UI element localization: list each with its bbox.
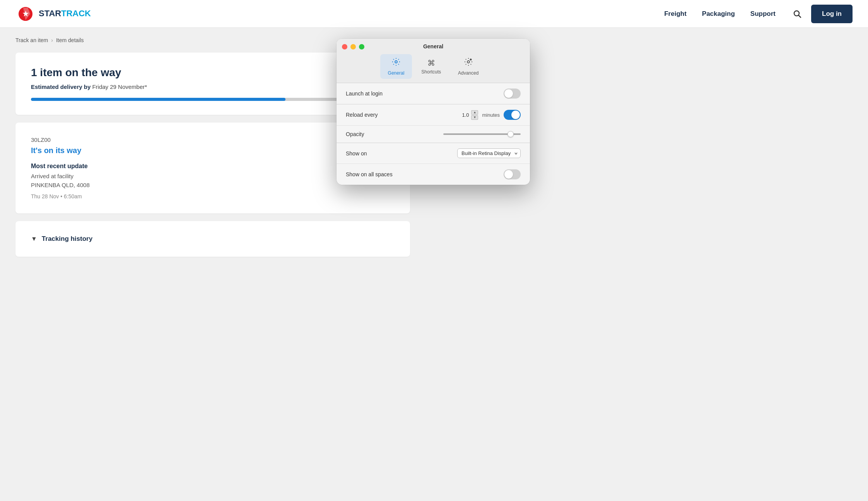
traffic-lights — [342, 44, 364, 49]
reload-every-control: 1.0 ▲ ▼ minutes — [460, 110, 521, 120]
show-on-label: Show on — [346, 150, 367, 157]
progress-bar-fill — [31, 98, 285, 101]
shortcuts-tab-icon: ⌘ — [427, 58, 435, 68]
show-on-control: Built-in Retina Display All Displays — [457, 148, 521, 158]
show-on-row: Show on Built-in Retina Display All Disp… — [337, 143, 530, 164]
panel-titlebar: General General ⌘ Shortcuts — [337, 39, 530, 83]
reload-value: 1.0 — [460, 112, 469, 118]
svg-text:STAR: STAR — [39, 9, 61, 18]
show-all-spaces-control — [504, 169, 521, 179]
advanced-tab-icon — [464, 57, 473, 69]
reload-toggle-knob — [511, 111, 520, 119]
launch-at-login-row: Launch at login — [337, 83, 530, 104]
launch-login-control — [504, 89, 521, 99]
shortcuts-tab-label: Shortcuts — [421, 69, 441, 75]
stepper-up[interactable]: ▲ — [471, 110, 478, 115]
nav-support[interactable]: Support — [750, 10, 776, 18]
reload-enabled-toggle[interactable] — [504, 110, 521, 120]
launch-login-group: Launch at login — [337, 83, 530, 104]
advanced-tab-label: Advanced — [458, 70, 478, 76]
macos-prefs-panel: General General ⌘ Shortcuts — [337, 39, 530, 185]
opacity-control — [443, 133, 521, 135]
reload-stepper: 1.0 ▲ ▼ — [460, 110, 478, 120]
tracking-history-label: Tracking history — [42, 235, 92, 243]
header: ★ STAR TRACK Freight Packaging Support L… — [0, 0, 868, 28]
svg-line-5 — [799, 15, 801, 17]
panel-tabs: General ⌘ Shortcuts Advanced — [380, 54, 487, 79]
show-all-spaces-label: Show on all spaces — [346, 171, 393, 177]
general-tab-label: General — [388, 70, 405, 76]
svg-point-6 — [395, 61, 397, 63]
breadcrumb-current: Item details — [56, 37, 84, 43]
update-time: Thu 28 Nov • 6:50am — [31, 193, 395, 199]
nav-packaging[interactable]: Packaging — [702, 10, 735, 18]
nav-freight[interactable]: Freight — [664, 10, 687, 18]
tracking-history-toggle[interactable]: ▼ Tracking history — [31, 235, 395, 243]
spaces-toggle-knob — [504, 170, 513, 179]
history-chevron-icon: ▼ — [31, 235, 37, 242]
main-nav: Freight Packaging Support — [664, 10, 776, 18]
svg-point-8 — [470, 59, 472, 61]
show-all-spaces-row: Show on all spaces — [337, 164, 530, 185]
show-on-group: Show on Built-in Retina Display All Disp… — [337, 143, 530, 185]
stepper-down[interactable]: ▼ — [471, 115, 478, 120]
minimize-button[interactable] — [350, 44, 356, 49]
panel-content: Launch at login Reload every 1.0 ▲ ▼ — [337, 83, 530, 185]
tab-general[interactable]: General — [380, 54, 412, 79]
stepper-arrows: ▲ ▼ — [471, 110, 478, 120]
startrack-logo-icon: ★ — [15, 4, 36, 24]
svg-text:TRACK: TRACK — [61, 9, 91, 18]
breadcrumb-sep: › — [51, 37, 53, 43]
opacity-row: Opacity — [337, 126, 530, 143]
reload-opacity-group: Reload every 1.0 ▲ ▼ minutes — [337, 104, 530, 143]
opacity-slider[interactable] — [443, 133, 521, 135]
opacity-label: Opacity — [346, 131, 364, 137]
launch-login-label: Launch at login — [346, 90, 383, 97]
svg-text:★: ★ — [22, 10, 29, 18]
reload-every-label: Reload every — [346, 112, 378, 118]
reload-every-row: Reload every 1.0 ▲ ▼ minutes — [337, 104, 530, 126]
tab-shortcuts[interactable]: ⌘ Shortcuts — [413, 55, 449, 78]
logo-area: ★ STAR TRACK — [15, 4, 664, 24]
svg-point-7 — [467, 61, 470, 63]
close-button[interactable] — [342, 44, 347, 49]
tracking-history-card: ▼ Tracking history — [15, 221, 410, 257]
toggle-knob — [504, 89, 513, 98]
delivery-date: Friday 29 November* — [92, 84, 147, 90]
search-button[interactable] — [791, 8, 803, 20]
show-all-spaces-toggle[interactable] — [504, 169, 521, 179]
minutes-label: minutes — [482, 112, 500, 118]
delivery-label: Estimated delivery by — [31, 84, 91, 90]
login-button[interactable]: Log in — [811, 5, 853, 23]
breadcrumb-track[interactable]: Track an item — [15, 37, 48, 43]
logo-text: STAR TRACK — [39, 7, 101, 21]
launch-login-toggle[interactable] — [504, 89, 521, 99]
maximize-button[interactable] — [359, 44, 364, 49]
tab-advanced[interactable]: Advanced — [450, 54, 486, 79]
general-tab-icon — [391, 57, 401, 69]
header-actions: Log in — [791, 5, 853, 23]
panel-title: General — [423, 43, 443, 49]
show-on-select[interactable]: Built-in Retina Display All Displays — [457, 148, 521, 158]
